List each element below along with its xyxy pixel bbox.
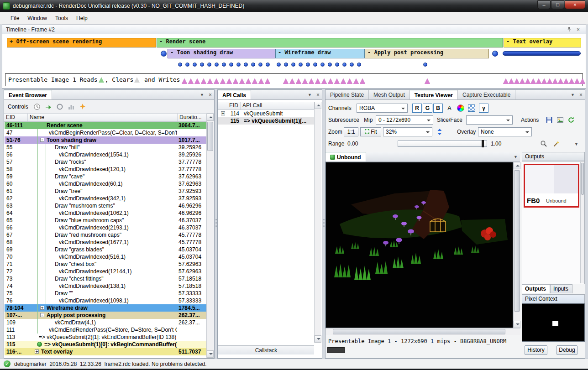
timeline-draw-dot[interactable] xyxy=(320,63,325,67)
event-row[interactable]: 63Draw "mushroom stems"46.96296 xyxy=(5,202,206,209)
event-row[interactable]: 113=> vkQueueSubmit(2)[1]: vkEndCommandB… xyxy=(5,334,206,341)
timeline-draw-dot[interactable] xyxy=(251,63,255,67)
record-icon[interactable] xyxy=(56,103,64,111)
slice-face-select[interactable] xyxy=(466,115,513,125)
event-row[interactable]: 78-104+Wireframe draw1784.5... xyxy=(5,304,206,312)
event-row[interactable]: 56vkCmdDrawIndexed(1554,1)39.25926 xyxy=(5,151,206,158)
write-triangle-icon[interactable] xyxy=(220,78,226,84)
debug-button[interactable]: Debug xyxy=(556,345,578,355)
write-triangle-icon[interactable] xyxy=(547,78,552,84)
timeline-draw-dot[interactable] xyxy=(185,63,189,67)
write-triangle-icon[interactable] xyxy=(509,78,514,84)
pixel-context-view[interactable] xyxy=(522,303,585,342)
timeline-event-pill[interactable] xyxy=(503,51,581,56)
write-triangle-icon[interactable] xyxy=(425,78,430,84)
event-row[interactable]: 72vkCmdDrawIndexed(12144,1)57.62963 xyxy=(5,268,206,275)
write-triangle-icon[interactable] xyxy=(302,78,308,84)
side-tab-outputs[interactable]: Outputs xyxy=(522,284,550,293)
export-image-icon[interactable] xyxy=(556,115,565,125)
dock-close-icon[interactable]: × xyxy=(314,92,322,98)
event-row[interactable]: 109vkCmdDraw(4,1)262.37... xyxy=(5,319,206,326)
side-tab-inputs[interactable]: Inputs xyxy=(550,284,572,293)
timeline-draw-dot[interactable] xyxy=(291,63,295,67)
dock-close-icon[interactable]: × xyxy=(206,92,214,98)
write-triangle-icon[interactable] xyxy=(328,78,333,84)
timeline-draw-dot[interactable] xyxy=(178,63,182,67)
splitter-right[interactable] xyxy=(323,219,325,227)
tab-api-calls[interactable]: API Calls xyxy=(218,90,251,99)
refresh-icon[interactable] xyxy=(567,115,576,125)
write-triangle-icon[interactable] xyxy=(530,78,536,84)
texture-tab-menu-icon[interactable]: ▼ xyxy=(511,155,520,159)
close-button[interactable]: × xyxy=(565,0,585,9)
zoom-select[interactable]: 32% xyxy=(383,127,432,136)
splitter-left[interactable] xyxy=(215,219,217,227)
write-triangle-icon[interactable] xyxy=(563,78,569,84)
event-row[interactable]: 68vkCmdDrawIndexed(1677,1)45.77778 xyxy=(5,239,206,246)
event-row[interactable]: 65Draw "blue mushroom caps"46.37037 xyxy=(5,217,206,224)
menu-tools[interactable]: Tools xyxy=(51,13,72,23)
tab-texture-unbound[interactable]: Unbound xyxy=(326,152,366,162)
timeline-draw-dot[interactable] xyxy=(350,63,354,67)
write-triangle-icon[interactable] xyxy=(541,78,547,84)
event-browser-scrollbar[interactable] xyxy=(206,114,214,358)
write-triangle-icon[interactable] xyxy=(558,78,563,84)
time-draws-icon[interactable] xyxy=(33,103,41,111)
timeline-draw-dot[interactable] xyxy=(222,63,226,67)
viewport-hscrollbar[interactable] xyxy=(326,328,520,335)
timeline-bar[interactable]: + Off-screen scene rendering xyxy=(7,38,156,47)
tab-event-browser[interactable]: Event Browser xyxy=(4,90,52,99)
dock-menu-icon[interactable]: ▼ xyxy=(305,93,314,97)
output-thumbnail-fb0[interactable]: FB0 Unbound xyxy=(524,164,579,208)
timeline-draw-dot[interactable] xyxy=(277,63,281,67)
event-row[interactable]: 115=> vkQueueSubmit(1)[0]: vkBeginComman… xyxy=(5,341,206,348)
event-row[interactable]: 70vkCmdDrawIndexed(516,1)45.03704 xyxy=(5,253,206,261)
blue-channel-button[interactable]: B xyxy=(433,104,443,113)
timeline-draw-dot[interactable] xyxy=(306,63,310,67)
event-row[interactable]: 51-76-Toon shading draw1017.7... xyxy=(5,136,206,144)
write-triangle-icon[interactable] xyxy=(321,78,327,84)
range-slider[interactable] xyxy=(398,141,487,147)
expander-icon[interactable]: + xyxy=(221,111,225,115)
api-call-row[interactable]: 115=> vkQueueSubmit(1)[... xyxy=(218,117,314,125)
write-triangle-icon[interactable] xyxy=(252,78,257,84)
event-row[interactable]: 57Draw "rocks"37.77778 xyxy=(5,158,206,166)
timeline-draw-dot[interactable] xyxy=(236,63,241,67)
checkerboard-background-icon[interactable] xyxy=(467,104,476,113)
outputs-scrollbar[interactable] xyxy=(580,162,584,283)
expander-icon[interactable]: + xyxy=(35,349,39,354)
write-triangle-icon[interactable] xyxy=(214,78,219,84)
texture-viewport[interactable] xyxy=(326,162,513,328)
timeline-draw-dot[interactable] xyxy=(200,63,204,67)
gamma-button[interactable]: γ xyxy=(479,104,488,113)
event-table-header[interactable]: EID Name Duratio... xyxy=(4,114,207,122)
event-row[interactable]: 64vkCmdDrawIndexed(1062,1)46.96296 xyxy=(5,209,206,217)
history-button[interactable]: History xyxy=(525,345,547,355)
event-row[interactable]: 59Draw "cave"37.62963 xyxy=(5,173,206,180)
write-triangle-icon[interactable] xyxy=(226,78,232,84)
timeline-bar[interactable]: - Render scene xyxy=(157,38,503,47)
timeline-event-circle[interactable] xyxy=(161,51,167,57)
write-triangle-icon[interactable] xyxy=(283,78,289,84)
jump-to-eid-icon[interactable] xyxy=(44,103,52,111)
write-triangle-icon[interactable] xyxy=(552,78,558,84)
timeline-draw-dot[interactable] xyxy=(335,63,339,67)
color-wheel-icon[interactable] xyxy=(456,104,465,113)
write-triangle-icon[interactable] xyxy=(574,78,580,84)
write-triangle-icon[interactable] xyxy=(258,78,264,84)
timeline-bar[interactable]: - Text overlay xyxy=(504,38,581,47)
zoom-1-1-button[interactable]: 1:1 xyxy=(344,127,358,136)
event-row[interactable]: 69Draw "grass blades"45.03704 xyxy=(5,246,206,253)
api-table-header[interactable]: EID API Call xyxy=(218,102,315,110)
expander-icon[interactable]: - xyxy=(40,313,44,317)
event-row[interactable]: 116-...+Text overlay511.7037 xyxy=(5,348,206,355)
stats-icon[interactable] xyxy=(67,103,75,111)
write-triangle-icon[interactable] xyxy=(289,78,295,84)
overlay-select[interactable]: None xyxy=(478,127,532,136)
maximize-button[interactable]: □ xyxy=(551,0,564,9)
mip-select[interactable]: 0 - 1272x690 xyxy=(376,115,433,125)
menu-help[interactable]: Help xyxy=(72,13,92,23)
timeline-draw-dot[interactable] xyxy=(244,63,248,67)
timeline-draw-dot[interactable] xyxy=(258,63,262,67)
event-row[interactable]: 75Draw ""57.33333 xyxy=(5,290,206,297)
